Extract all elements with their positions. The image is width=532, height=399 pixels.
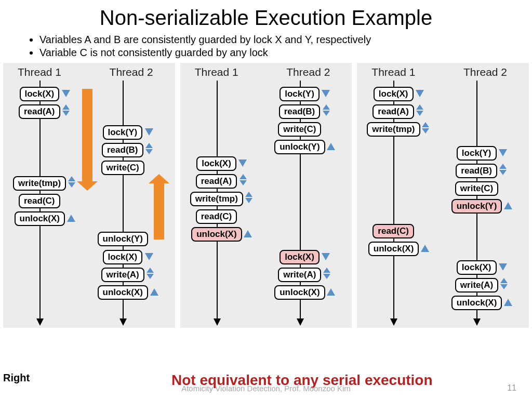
bullet-list: Variables A and B are consistently guard…	[19, 34, 532, 59]
operation-box: unlock(Y)	[451, 199, 502, 214]
operation-box: write(tmp)	[367, 122, 420, 137]
operation-box: write(C)	[278, 122, 321, 137]
mover-marker-icon	[245, 195, 252, 202]
arrowhead-icon	[214, 318, 221, 326]
bullet-item: Variables A and B are consistently guard…	[39, 34, 532, 46]
mover-marker-icon	[67, 215, 74, 222]
operation-box: unlock(X)	[274, 285, 325, 300]
mover-marker-icon	[322, 90, 329, 97]
mover-marker-icon	[327, 143, 334, 150]
operation-box: unlock(X)	[451, 296, 502, 310]
arrowhead-icon	[297, 318, 304, 326]
operation-box: lock(X)	[196, 156, 236, 171]
mover-marker-icon	[327, 288, 334, 296]
operation-box: read(A)	[19, 104, 60, 119]
mover-marker-icon	[422, 125, 429, 132]
operation-box: write(C)	[101, 161, 144, 175]
operation-box: read(C)	[373, 224, 414, 238]
mover-marker-icon	[323, 108, 330, 115]
mover-label-right: Right	[3, 372, 30, 384]
mover-marker-icon	[323, 271, 330, 278]
commute-arrow-icon	[154, 182, 164, 240]
arrowhead-icon	[390, 318, 397, 326]
timeline	[123, 81, 124, 320]
mover-marker-icon	[244, 230, 251, 237]
mover-marker-icon	[499, 167, 507, 174]
thread-2-label: Thread 2	[110, 66, 153, 78]
operation-box: lock(Y)	[103, 125, 143, 140]
operation-box: lock(Y)	[280, 87, 320, 101]
operation-box: unlock(X)	[191, 227, 242, 242]
mover-marker-icon	[62, 90, 69, 97]
mover-marker-icon	[504, 202, 511, 209]
operation-box: write(A)	[101, 268, 144, 282]
operation-box: write(A)	[278, 268, 321, 282]
thread-1-label: Thread 1	[18, 66, 61, 78]
mover-marker-icon	[68, 179, 75, 187]
mover-marker-icon	[421, 245, 428, 252]
panels-container: Thread 1Thread 2lock(X)read(A)write(tmp)…	[0, 63, 532, 328]
operation-box: write(C)	[455, 181, 498, 196]
slide-title: Non-serializable Execution Example	[0, 6, 532, 30]
arrowhead-icon	[36, 318, 44, 326]
mover-marker-icon	[145, 253, 152, 260]
commute-arrow-icon	[82, 89, 92, 182]
page-number: 11	[507, 383, 516, 393]
operation-box: read(B)	[102, 143, 143, 157]
arrowhead-icon	[473, 318, 481, 326]
mover-marker-icon	[150, 288, 157, 296]
thread-2-label: Thread 2	[286, 66, 330, 78]
execution-panel: Thread 1Thread 2lock(X)read(A)write(tmp)…	[357, 63, 529, 328]
operation-box: lock(Y)	[457, 146, 497, 161]
mover-marker-icon	[240, 177, 247, 184]
mover-marker-icon	[145, 146, 153, 153]
operation-box: unlock(X)	[98, 285, 148, 300]
operation-box: read(B)	[456, 164, 497, 178]
mover-marker-icon	[416, 108, 423, 115]
mover-marker-icon	[147, 271, 154, 278]
arrowhead-icon	[119, 318, 127, 326]
operation-box: write(tmp)	[190, 192, 243, 206]
thread-1-label: Thread 1	[195, 66, 238, 78]
mover-marker-icon	[416, 90, 423, 97]
operation-box: read(C)	[196, 209, 237, 224]
operation-box: unlock(X)	[15, 211, 65, 226]
thread-2-label: Thread 2	[463, 66, 507, 78]
operation-box: unlock(Y)	[98, 232, 148, 246]
operation-box: lock(X)	[457, 260, 497, 275]
operation-box: lock(X)	[374, 87, 414, 101]
mover-marker-icon	[62, 108, 70, 115]
operation-box: lock(X)	[280, 250, 320, 264]
mover-marker-icon	[238, 159, 246, 167]
execution-panel: Thread 1Thread 2lock(X)read(A)write(tmp)…	[180, 63, 352, 328]
operation-box: write(tmp)	[13, 176, 66, 191]
operation-box: write(A)	[455, 278, 498, 292]
operation-box: lock(X)	[103, 250, 143, 264]
operation-box: read(A)	[196, 174, 237, 189]
mover-marker-icon	[499, 149, 506, 156]
mover-marker-icon	[499, 263, 506, 271]
operation-box: unlock(X)	[368, 242, 419, 256]
operation-box: read(B)	[279, 104, 321, 119]
mover-marker-icon	[500, 281, 508, 288]
mover-marker-icon	[145, 128, 152, 136]
execution-panel: Thread 1Thread 2lock(X)read(A)write(tmp)…	[3, 63, 175, 328]
mover-marker-icon	[322, 253, 329, 260]
bullet-item: Variable C is not consistently guarded b…	[39, 47, 532, 59]
mover-marker-icon	[504, 299, 511, 306]
operation-box: read(C)	[19, 194, 60, 208]
operation-box: unlock(Y)	[274, 140, 325, 154]
operation-box: read(A)	[373, 104, 414, 119]
thread-1-label: Thread 1	[371, 66, 415, 78]
footer-text: Atomicity Violation Detection, Prof. Moo…	[0, 384, 532, 393]
operation-box: lock(X)	[20, 87, 60, 101]
